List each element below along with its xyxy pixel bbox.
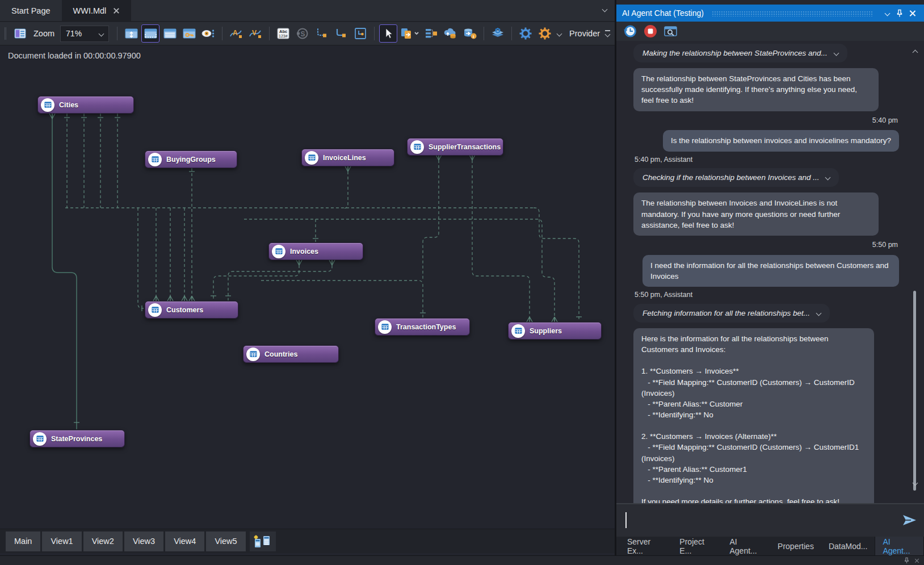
tab-close-icon[interactable] bbox=[113, 7, 120, 14]
panel-tab-4[interactable]: DataMod... bbox=[821, 537, 875, 555]
entity-transactiontypes[interactable]: TransactionTypes bbox=[375, 318, 470, 336]
layers-gear-icon[interactable] bbox=[489, 24, 507, 43]
entity-label: Cities bbox=[59, 101, 78, 109]
view-tab-view4[interactable]: View4 bbox=[165, 531, 204, 551]
tab-wwi-mdl[interactable]: WWI.Mdl bbox=[62, 0, 132, 21]
entity-attributes-icon[interactable] bbox=[161, 24, 179, 43]
gear-settings-icon[interactable] bbox=[536, 24, 554, 43]
panel-pin-icon[interactable] bbox=[893, 7, 906, 19]
chat-messages[interactable]: Making the relationship between StatePro… bbox=[616, 41, 924, 503]
entity-suppliertransactions[interactable]: SupplierTransactions bbox=[407, 138, 503, 156]
ai-agent-chat-panel: AI Agent Chat (Testing) Making the relat… bbox=[616, 0, 924, 555]
entity-label: StateProvinces bbox=[51, 435, 102, 443]
gear-sync-icon[interactable] bbox=[516, 24, 535, 43]
dotted-relationship-icon[interactable] bbox=[313, 24, 331, 43]
table-icon bbox=[246, 348, 260, 361]
toolbar-grip[interactable] bbox=[5, 27, 5, 40]
view-tab-view1[interactable]: View1 bbox=[42, 531, 81, 551]
view-tab-view3[interactable]: View3 bbox=[124, 531, 163, 551]
toolbar-separator bbox=[222, 27, 222, 40]
document-tab-strip: Start Page WWI.Mdl bbox=[0, 0, 615, 22]
relationship-icon[interactable] bbox=[332, 24, 350, 43]
chat-assistant-message: Here is the information for all the rela… bbox=[633, 328, 874, 503]
entity-label: SupplierTransactions bbox=[429, 143, 501, 151]
chat-tool-call[interactable]: Making the relationship between StatePro… bbox=[633, 44, 847, 62]
tab-list-chevron-icon[interactable] bbox=[602, 7, 608, 12]
entity-label: Suppliers bbox=[530, 327, 562, 335]
chat-scroll-up-icon[interactable] bbox=[913, 47, 917, 57]
chat-scrollbar-thumb[interactable] bbox=[913, 291, 916, 491]
pointer-icon[interactable] bbox=[379, 24, 397, 43]
app-window: Start Page WWI.Mdl Zoom 71% bbox=[0, 0, 924, 565]
entity-stateprovinces[interactable]: StateProvinces bbox=[30, 430, 125, 447]
chat-tool-call[interactable]: Checking if the relationship between Inv… bbox=[633, 168, 839, 187]
toolbar-separator bbox=[484, 27, 484, 40]
entity-invoices[interactable]: Invoices bbox=[268, 242, 363, 260]
tool-call-expand-chevron-icon[interactable] bbox=[833, 51, 839, 56]
attribute-curve-icon[interactable]: A bbox=[227, 24, 245, 43]
panel-tab-1[interactable]: Project E... bbox=[672, 537, 722, 555]
frame-relationship-icon[interactable] bbox=[351, 24, 369, 43]
datatype-abc123-icon[interactable]: Abc123# bbox=[274, 24, 292, 43]
zoom-select[interactable]: 71% bbox=[60, 26, 109, 42]
panel-menu-chevron-icon[interactable] bbox=[881, 7, 893, 19]
chat-assistant-message: The relationship between StateProvinces … bbox=[633, 68, 879, 111]
svg-text:A: A bbox=[233, 29, 238, 37]
entity-invoicelines[interactable]: InvoiceLines bbox=[301, 149, 394, 166]
copy-forward-icon[interactable] bbox=[398, 24, 421, 43]
toolbar-separator bbox=[374, 27, 375, 40]
stop-icon[interactable] bbox=[642, 23, 658, 39]
search-window-icon[interactable] bbox=[663, 23, 679, 39]
database-info-icon[interactable]: i bbox=[461, 24, 479, 43]
statusbar-close-icon[interactable] bbox=[914, 558, 919, 563]
tab-start-page[interactable]: Start Page bbox=[0, 0, 62, 21]
panel-tab-5-active[interactable]: AI Agent... bbox=[875, 537, 924, 555]
panel-tab-2[interactable]: AI Agent... bbox=[722, 537, 770, 555]
chat-timestamp: 5:40 pm, Assistant bbox=[635, 155, 899, 165]
tool-call-expand-chevron-icon[interactable] bbox=[825, 175, 831, 181]
chat-input-box[interactable] bbox=[616, 503, 924, 537]
statusbar-pin-icon[interactable] bbox=[904, 557, 910, 564]
chat-tool-call[interactable]: Fetching information for all the relatio… bbox=[633, 304, 830, 323]
layout-icon[interactable] bbox=[422, 24, 440, 43]
table-icon bbox=[41, 98, 54, 112]
value-curve-icon[interactable]: V bbox=[246, 24, 264, 43]
entity-resize-icon[interactable] bbox=[122, 24, 140, 43]
chat-assistant-message: The relationship between Invoices and In… bbox=[633, 192, 879, 235]
svg-text:123#: 123# bbox=[279, 34, 288, 38]
display-options-icon[interactable] bbox=[199, 24, 217, 43]
chat-panel-titlebar[interactable]: AI Agent Chat (Testing) bbox=[616, 5, 924, 22]
panel-close-icon[interactable] bbox=[906, 7, 918, 19]
entity-collapsed-icon[interactable] bbox=[141, 24, 159, 43]
subtype-icon[interactable]: S bbox=[293, 24, 312, 43]
panel-tab-strip: Server Ex...Project E...AI Agent...Prope… bbox=[616, 537, 924, 555]
panel-drag-handle[interactable] bbox=[712, 11, 873, 16]
history-icon[interactable] bbox=[622, 23, 638, 39]
model-panel-icon[interactable] bbox=[11, 24, 29, 43]
view-tab-main[interactable]: Main bbox=[6, 531, 40, 551]
tool-call-expand-chevron-icon[interactable] bbox=[816, 310, 821, 316]
view-tab-view2[interactable]: View2 bbox=[83, 531, 123, 551]
cloud-upload-icon[interactable] bbox=[442, 24, 460, 43]
diagram-canvas[interactable]: Document loaded in 00:00:00.97900 Cities… bbox=[0, 45, 615, 529]
entity-countries[interactable]: Countries bbox=[243, 345, 339, 363]
view-tab-view5[interactable]: View5 bbox=[206, 531, 245, 551]
entity-buyinggroups[interactable]: BuyingGroups bbox=[145, 150, 237, 168]
entity-customers[interactable]: Customers bbox=[145, 301, 238, 319]
new-view-icon[interactable] bbox=[250, 531, 276, 551]
panel-tab-0[interactable]: Server Ex... bbox=[620, 537, 672, 555]
table-icon bbox=[410, 140, 424, 154]
toolbar-overflow-icon[interactable] bbox=[605, 30, 610, 36]
entity-label: BuyingGroups bbox=[166, 156, 216, 164]
entity-keys-icon[interactable] bbox=[180, 24, 198, 43]
table-icon bbox=[148, 303, 162, 317]
table-icon bbox=[305, 151, 318, 165]
text-caret bbox=[625, 512, 627, 528]
entity-cities[interactable]: Cities bbox=[37, 96, 134, 114]
entity-suppliers[interactable]: Suppliers bbox=[508, 322, 602, 340]
provider-label: Provider bbox=[569, 29, 600, 38]
chat-scroll-down-icon[interactable] bbox=[913, 477, 917, 487]
send-icon[interactable] bbox=[901, 513, 917, 529]
provider-chevron-icon[interactable] bbox=[557, 31, 562, 36]
panel-tab-3[interactable]: Properties bbox=[770, 537, 821, 555]
